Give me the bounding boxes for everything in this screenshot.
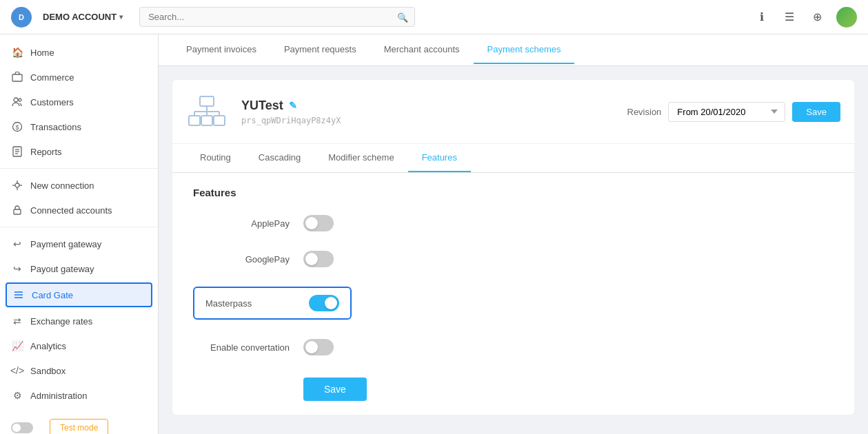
test-mode-button[interactable]: Test mode — [50, 419, 108, 434]
sidebar-item-label: Reports — [30, 147, 62, 157]
search-input[interactable] — [139, 7, 415, 27]
tab-modifier-scheme[interactable]: Modifier scheme — [314, 144, 407, 172]
scheme-card: YUTest ✎ prs_qpWDriHqayP8z4yX Revision F… — [172, 80, 854, 415]
features-save-button[interactable]: Save — [303, 378, 367, 401]
reports-icon — [11, 145, 23, 158]
svg-rect-20 — [201, 116, 212, 125]
connected-accounts-icon — [11, 204, 23, 216]
sidebar-divider-2 — [0, 227, 158, 227]
svg-rect-21 — [214, 116, 225, 125]
sidebar-item-label: Analytics — [30, 341, 66, 351]
applepay-label: ApplePay — [193, 218, 290, 229]
sidebar-item-commerce[interactable]: Commerce — [0, 65, 158, 90]
scheme-name: YUTest — [241, 99, 283, 113]
sidebar-item-label: Exchange rates — [30, 316, 92, 327]
features-section: Features ApplePay GooglePay Mast — [172, 173, 854, 415]
top-right-icons: ℹ ☰ ⊕ — [754, 7, 857, 28]
sidebar-item-transactions[interactable]: $ Transactions — [0, 114, 158, 139]
account-name-label: DEMO ACCOUNT — [43, 12, 117, 22]
avatar-icon[interactable] — [836, 7, 857, 28]
payment-gateway-icon: ↩ — [11, 238, 23, 250]
commerce-icon — [11, 71, 23, 83]
transactions-icon: $ — [11, 121, 23, 133]
sidebar-item-label: New connection — [30, 180, 94, 191]
scheme-id: prs_qpWDriHqayP8z4yX — [241, 116, 614, 125]
sidebar-item-payout-gateway[interactable]: ↪ Payout gateway — [0, 256, 158, 281]
exchange-rates-icon: ⇄ — [11, 315, 23, 327]
sidebar-item-home[interactable]: 🏠 Home — [0, 40, 158, 65]
analytics-icon: 📈 — [11, 340, 23, 352]
sidebar-item-analytics[interactable]: 📈 Analytics — [0, 333, 158, 358]
top-bar: D DEMO ACCOUNT ▾ 🔍 ℹ ☰ ⊕ — [0, 0, 868, 34]
feature-row-googlepay: GooglePay — [193, 251, 834, 267]
chevron-down-icon: ▾ — [119, 13, 123, 21]
tab-features[interactable]: Features — [408, 144, 471, 172]
sidebar-item-label: Home — [30, 48, 54, 58]
document-icon[interactable]: ☰ — [781, 9, 798, 25]
home-icon: 🏠 — [11, 46, 23, 59]
svg-point-2 — [19, 99, 21, 101]
tab-payment-schemes[interactable]: Payment schemes — [474, 36, 575, 64]
administration-icon: ⚙ — [11, 389, 23, 402]
layout: 🏠 Home Commerce Customers $ Transactions — [0, 34, 868, 434]
sidebar-item-label: Payout gateway — [30, 264, 94, 274]
sidebar-item-label: Connected accounts — [30, 205, 112, 216]
revision-select[interactable]: From 20/01/2020 — [668, 102, 785, 122]
sidebar-item-label: Payment gateway — [30, 239, 101, 249]
masterpass-toggle[interactable] — [309, 295, 339, 311]
card-header: YUTest ✎ prs_qpWDriHqayP8z4yX Revision F… — [172, 80, 854, 144]
sidebar-item-card-gate[interactable]: Card Gate — [6, 282, 152, 307]
sidebar-item-payment-gateway[interactable]: ↩ Payment gateway — [0, 231, 158, 256]
enable-convertation-label: Enable convertation — [193, 342, 290, 353]
tab-routing[interactable]: Routing — [186, 144, 245, 172]
sidebar-item-sandbox[interactable]: </> Sandbox — [0, 358, 158, 383]
scheme-icon — [186, 91, 228, 132]
inner-tabs: Routing Cascading Modifier scheme Featur… — [172, 144, 854, 173]
googlepay-toggle[interactable] — [303, 251, 334, 267]
sidebar-item-administration[interactable]: ⚙ Administration — [0, 383, 158, 408]
sidebar-item-new-connection[interactable]: New connection — [0, 173, 158, 198]
sidebar-item-reports[interactable]: Reports — [0, 139, 158, 164]
customers-icon — [11, 96, 23, 108]
sidebar-item-label: Customers — [30, 97, 74, 107]
search-bar: 🔍 — [139, 7, 415, 27]
content-area: YUTest ✎ prs_qpWDriHqayP8z4yX Revision F… — [159, 66, 868, 434]
sidebar-item-label: Administration — [30, 391, 87, 401]
applepay-toggle[interactable] — [303, 215, 334, 231]
svg-rect-14 — [14, 209, 21, 214]
sidebar-divider — [0, 168, 158, 169]
sidebar-bottom: Test mode — [0, 408, 158, 434]
enable-convertation-toggle[interactable] — [303, 339, 334, 355]
features-title: Features — [193, 187, 834, 198]
save-header-button[interactable]: Save — [792, 102, 840, 122]
card-gate-icon — [12, 289, 25, 301]
tab-payment-invoices[interactable]: Payment invoices — [172, 36, 270, 64]
svg-text:$: $ — [15, 124, 19, 131]
sidebar-item-exchange-rates[interactable]: ⇄ Exchange rates — [0, 309, 158, 333]
info-icon[interactable]: ℹ — [754, 9, 770, 25]
revision-label: Revision — [627, 107, 662, 117]
account-logo: D — [11, 7, 32, 28]
tab-cascading[interactable]: Cascading — [245, 144, 314, 172]
sidebar-item-label: Sandbox — [30, 366, 65, 376]
tab-payment-requests[interactable]: Payment requests — [270, 36, 370, 64]
sidebar: 🏠 Home Commerce Customers $ Transactions — [0, 34, 159, 434]
search-icon: 🔍 — [397, 12, 408, 22]
svg-rect-0 — [12, 74, 22, 81]
sub-nav: Payment invoices Payment requests Mercha… — [159, 34, 868, 66]
account-name[interactable]: DEMO ACCOUNT ▾ — [43, 12, 123, 22]
main-area: Payment invoices Payment requests Mercha… — [159, 34, 868, 434]
feature-row-masterpass: Masterpass — [193, 287, 834, 320]
tab-merchant-accounts[interactable]: Merchant accounts — [370, 36, 474, 64]
sidebar-item-connected-accounts[interactable]: Connected accounts — [0, 198, 158, 223]
sidebar-item-label: Transactions — [30, 122, 81, 132]
sidebar-item-customers[interactable]: Customers — [0, 90, 158, 114]
svg-rect-19 — [189, 116, 200, 125]
test-mode-toggle[interactable] — [11, 422, 33, 433]
payout-gateway-icon: ↪ — [11, 262, 23, 275]
globe-icon[interactable]: ⊕ — [809, 9, 825, 25]
sidebar-item-label: Commerce — [30, 72, 74, 83]
revision-area: Revision From 20/01/2020 Save — [627, 102, 841, 122]
edit-icon[interactable]: ✎ — [289, 100, 297, 111]
scheme-title-area: YUTest ✎ prs_qpWDriHqayP8z4yX — [241, 99, 614, 125]
